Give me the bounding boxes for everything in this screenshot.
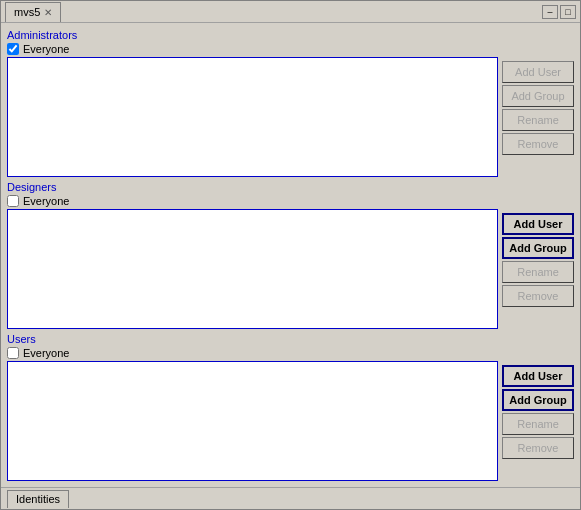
designers-section: Designers Everyone Add User Add Group Re… — [7, 181, 574, 329]
users-section: Users Everyone Add User Add Group Rename… — [7, 333, 574, 481]
designers-everyone-row: Everyone — [7, 195, 498, 207]
users-list[interactable] — [7, 361, 498, 481]
designers-buttons: Add User Add Group Rename Remove — [502, 195, 574, 329]
designers-add-group-button[interactable]: Add Group — [502, 237, 574, 259]
footer: Identities — [1, 487, 580, 509]
users-buttons: Add User Add Group Rename Remove — [502, 347, 574, 481]
users-remove-button[interactable]: Remove — [502, 437, 574, 459]
designers-add-user-button[interactable]: Add User — [502, 213, 574, 235]
administrators-section: Administrators Everyone Add User Add Gro… — [7, 29, 574, 177]
designers-left: Everyone — [7, 195, 498, 329]
tab-close-icon[interactable]: ✕ — [44, 7, 52, 18]
administrators-rename-button[interactable]: Rename — [502, 109, 574, 131]
users-everyone-label: Everyone — [23, 347, 69, 359]
designers-everyone-label: Everyone — [23, 195, 69, 207]
designers-label: Designers — [7, 181, 574, 193]
designers-remove-button[interactable]: Remove — [502, 285, 574, 307]
administrators-add-group-button[interactable]: Add Group — [502, 85, 574, 107]
users-label: Users — [7, 333, 574, 345]
identities-tab[interactable]: Identities — [7, 490, 69, 508]
users-everyone-checkbox[interactable] — [7, 347, 19, 359]
administrators-add-user-button[interactable]: Add User — [502, 61, 574, 83]
administrators-list[interactable] — [7, 57, 498, 177]
main-window: mvs5 ✕ – □ Administrators Everyone Add U… — [0, 0, 581, 510]
users-add-user-button[interactable]: Add User — [502, 365, 574, 387]
window-controls: – □ — [542, 5, 576, 19]
administrators-everyone-checkbox[interactable] — [7, 43, 19, 55]
administrators-left: Everyone — [7, 43, 498, 177]
administrators-everyone-row: Everyone — [7, 43, 498, 55]
designers-body: Everyone Add User Add Group Rename Remov… — [7, 195, 574, 329]
administrators-body: Everyone Add User Add Group Rename Remov… — [7, 43, 574, 177]
tab-title: mvs5 — [14, 6, 40, 18]
administrators-buttons: Add User Add Group Rename Remove — [502, 43, 574, 177]
maximize-button[interactable]: □ — [560, 5, 576, 19]
designers-list[interactable] — [7, 209, 498, 329]
administrators-remove-button[interactable]: Remove — [502, 133, 574, 155]
users-everyone-row: Everyone — [7, 347, 498, 359]
identities-tab-label: Identities — [16, 493, 60, 505]
title-bar: mvs5 ✕ – □ — [1, 1, 580, 23]
administrators-everyone-label: Everyone — [23, 43, 69, 55]
administrators-label: Administrators — [7, 29, 574, 41]
users-add-group-button[interactable]: Add Group — [502, 389, 574, 411]
users-body: Everyone Add User Add Group Rename Remov… — [7, 347, 574, 481]
designers-everyone-checkbox[interactable] — [7, 195, 19, 207]
users-rename-button[interactable]: Rename — [502, 413, 574, 435]
designers-rename-button[interactable]: Rename — [502, 261, 574, 283]
minimize-button[interactable]: – — [542, 5, 558, 19]
main-content: Administrators Everyone Add User Add Gro… — [1, 23, 580, 487]
users-left: Everyone — [7, 347, 498, 481]
window-tab[interactable]: mvs5 ✕ — [5, 2, 61, 22]
